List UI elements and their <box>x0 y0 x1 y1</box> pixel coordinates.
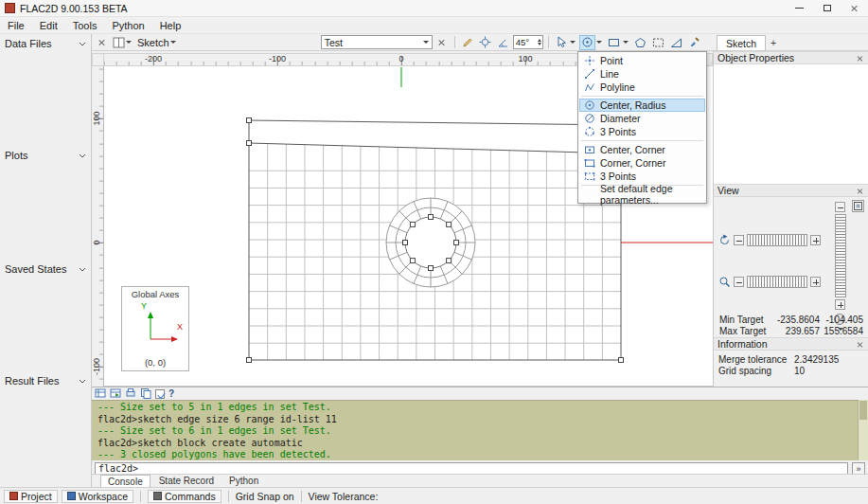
menu-tools[interactable]: Tools <box>65 17 105 33</box>
maximize-button[interactable] <box>813 0 841 16</box>
min-target-y: -104.405 <box>820 315 863 325</box>
global-axes-title: Global Axes <box>122 287 188 299</box>
tab-console[interactable]: Console <box>100 475 151 487</box>
close-panel-icon[interactable] <box>857 187 864 194</box>
workspace-button[interactable]: Workspace <box>62 490 133 503</box>
vertical-slider-plus-button[interactable] <box>835 299 845 310</box>
close-panel-icon[interactable] <box>857 54 864 62</box>
zoom-slider[interactable] <box>747 276 807 288</box>
sidebar-item-plots[interactable]: Plots <box>0 148 91 163</box>
grid-snap-toggle[interactable]: Grid Snap on <box>236 491 294 502</box>
edge-set-combo[interactable]: Test <box>321 35 433 49</box>
rotate-plus-button[interactable] <box>810 235 821 245</box>
rect-center-corner-icon <box>582 144 596 155</box>
scrollbar-thumb[interactable] <box>859 401 867 420</box>
circle-tool-dropdown[interactable] <box>595 35 604 50</box>
tab-state-record[interactable]: State Record <box>152 475 221 487</box>
spin-up-icon <box>538 39 541 42</box>
menu-item-rect-3points[interactable]: 3 Points <box>579 170 705 183</box>
sidebar-item-saved-states[interactable]: Saved States <box>0 261 91 277</box>
close-pane-button[interactable] <box>94 35 109 50</box>
delete-set-button[interactable] <box>434 35 450 50</box>
circle-3points-icon <box>582 126 596 137</box>
workspace-label: Workspace <box>79 491 128 502</box>
menu-item-point[interactable]: Point <box>579 54 705 67</box>
rectangle-tool-icon <box>608 37 620 48</box>
add-tab-button[interactable]: + <box>766 35 781 50</box>
tab-python[interactable]: Python <box>222 475 265 487</box>
menu-help[interactable]: Help <box>152 17 189 33</box>
edit-edge-button[interactable] <box>460 35 475 50</box>
menu-item-circle-3points[interactable]: 3 Points <box>579 125 705 138</box>
zoom-minus-button[interactable] <box>734 277 744 287</box>
print-icon[interactable] <box>125 387 136 401</box>
console-scrollbar[interactable] <box>858 400 868 460</box>
project-label: Project <box>21 491 52 502</box>
circle-tool-menu: Point Line Polyline Center, Radius Diame… <box>577 51 707 204</box>
commands-button[interactable]: Commands <box>148 490 221 503</box>
ruler-y-label: 0 <box>92 229 101 256</box>
menu-edit[interactable]: Edit <box>32 17 65 33</box>
angle-snap-button[interactable] <box>495 35 511 50</box>
angle-spinner[interactable]: 45° <box>513 35 543 49</box>
min-target-label: Min Target <box>719 315 771 325</box>
menu-item-center-corner[interactable]: Center, Corner <box>579 143 705 156</box>
status-separator <box>140 491 141 502</box>
rotate-slider[interactable] <box>747 234 807 246</box>
menu-separator <box>581 96 703 97</box>
menu-file[interactable]: File <box>0 17 32 33</box>
pane-selector[interactable]: Sketch <box>135 35 178 50</box>
ruler-corner <box>92 53 104 66</box>
menu-item-polyline[interactable]: Polyline <box>579 81 705 94</box>
fit-view-button[interactable] <box>852 200 864 212</box>
project-button[interactable]: Project <box>4 490 58 503</box>
menu-item-center-radius[interactable]: Center, Radius <box>579 99 705 112</box>
help-button[interactable]: ? <box>168 388 174 399</box>
snap-target-button[interactable] <box>477 35 493 50</box>
menu-python[interactable]: Python <box>104 17 151 33</box>
vertical-view-slider[interactable] <box>835 214 846 297</box>
crosshair-icon <box>479 36 491 48</box>
export-icon[interactable] <box>110 387 121 401</box>
flac2d-window: FLAC2D 9.00.153 BETA File Edit Tools Pyt… <box>0 0 868 504</box>
split-pane-button[interactable] <box>111 35 133 50</box>
minimize-button[interactable] <box>786 0 813 16</box>
x-axis-label: X <box>177 322 183 332</box>
copy-icon[interactable] <box>140 387 151 401</box>
close-window-button[interactable] <box>841 0 868 16</box>
menu-item-label: Polyline <box>600 81 635 93</box>
console-output[interactable]: --- Size set to 5 in 1 edges in set Test… <box>92 400 858 460</box>
vertical-slider-minus-button[interactable] <box>835 202 845 212</box>
menu-item-corner-corner[interactable]: Corner, Corner <box>579 156 705 170</box>
sidebar-item-data-files[interactable]: Data Files <box>0 36 91 51</box>
rectangle-tool-button[interactable] <box>606 35 622 50</box>
menu-item-set-default-edge-parameters[interactable]: Set default edge parameters... <box>579 188 705 201</box>
zoom-plus-button[interactable] <box>810 277 821 287</box>
region-select-button[interactable] <box>650 35 666 50</box>
minimize-icon <box>795 8 804 9</box>
select-tool-dropdown[interactable] <box>569 35 577 50</box>
app-logo-icon <box>5 3 15 13</box>
angle-value: 45° <box>516 37 529 47</box>
spinner-arrows[interactable] <box>538 39 542 45</box>
autoscroll-checkbox[interactable] <box>155 389 165 399</box>
rectangle-tool-dropdown[interactable] <box>622 35 630 50</box>
menu-item-diameter[interactable]: Diameter <box>579 112 705 125</box>
select-tool-button[interactable] <box>554 35 569 50</box>
polygon-tool-button[interactable] <box>632 35 648 50</box>
toolbar-separator <box>548 36 549 48</box>
sidebar-item-result-files[interactable]: Result Files <box>0 373 91 388</box>
circle-tool-icon <box>581 36 593 48</box>
rotate-minus-button[interactable] <box>734 235 744 245</box>
save-icon[interactable] <box>95 387 106 401</box>
chevron-down-icon <box>623 41 629 44</box>
tab-sketch[interactable]: Sketch <box>717 35 766 50</box>
menu-item-line[interactable]: Line <box>579 67 705 81</box>
circle-tool-button[interactable] <box>579 35 595 50</box>
brush-tool-button[interactable] <box>686 35 702 50</box>
measure-tool-button[interactable] <box>668 35 684 50</box>
point-icon <box>582 55 596 66</box>
chevron-down-icon <box>423 41 429 44</box>
console-line: flac2d>sketch edge size 6 range id-list … <box>97 414 852 426</box>
close-panel-icon[interactable] <box>857 340 864 348</box>
